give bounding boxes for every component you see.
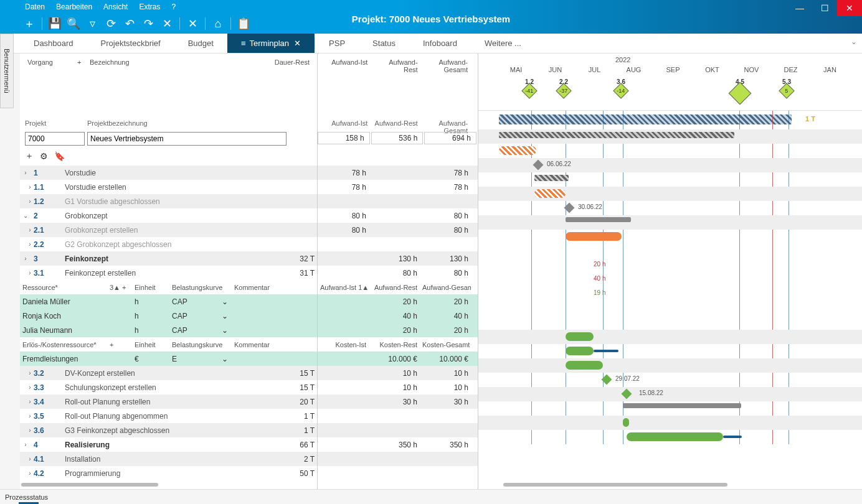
close-button[interactable]: ✕: [837, 0, 862, 16]
menu-daten[interactable]: Daten: [25, 2, 45, 11]
gantt-row[interactable]: [478, 215, 862, 230]
gantt-row[interactable]: [478, 315, 862, 330]
gantt-bar[interactable]: [623, 403, 741, 408]
gantt-row[interactable]: 19 h: [478, 287, 862, 301]
gantt-row[interactable]: 30.06.22: [478, 201, 862, 215]
gantt-diamond[interactable]: [602, 375, 612, 385]
gantt-row[interactable]: [478, 430, 862, 444]
gantt-row[interactable]: [478, 129, 862, 144]
expand-icon[interactable]: ›: [20, 413, 31, 419]
gantt-row[interactable]: [478, 416, 862, 430]
gantt-chart[interactable]: 2022 MAIJUNJULAUGSEPOKTNOVDEZJAN 1.2-412…: [478, 54, 862, 489]
redo-icon[interactable]: ↷: [141, 16, 156, 31]
user-menu-sidetab[interactable]: Benutzermenü: [0, 34, 14, 108]
tools-icon[interactable]: ✕: [185, 16, 200, 31]
table-row[interactable]: ›3.4Roll-out Planung erstellen20 T: [20, 394, 317, 409]
table-row[interactable]: Ressource*3▲ +EinheitBelastungskurveKomm…: [20, 280, 317, 294]
save-icon[interactable]: 💾: [47, 16, 62, 31]
hdr-plus[interactable]: +: [75, 57, 87, 67]
tab-close-icon[interactable]: ✕: [294, 39, 301, 48]
expand-icon[interactable]: ›: [20, 370, 31, 376]
expand-icon[interactable]: ›: [20, 184, 31, 190]
gantt-row[interactable]: 20 h: [478, 258, 862, 273]
expand-icon[interactable]: ›: [20, 455, 31, 462]
table-row[interactable]: Erlös-/Kostenressource*+EinheitBelastung…: [20, 337, 317, 352]
add-icon[interactable]: ＋: [22, 16, 37, 31]
expand-icon[interactable]: ⌄: [20, 212, 31, 219]
table-row[interactable]: ›4Realisierung66 T: [20, 437, 317, 452]
menu-extras[interactable]: Extras: [139, 2, 160, 11]
table-row[interactable]: Daniela MüllerhCAP⌄: [20, 294, 317, 309]
expand-icon[interactable]: ›: [20, 198, 31, 205]
tab-dashboard[interactable]: Dashboard: [20, 34, 87, 53]
tab-psp[interactable]: PSP: [315, 34, 359, 53]
gantt-row[interactable]: [478, 330, 862, 344]
gantt-diamond[interactable]: [564, 203, 575, 213]
menu-help[interactable]: ?: [171, 2, 176, 11]
table-row[interactable]: ›4.2Programmierung50 T: [20, 466, 317, 480]
gantt-row[interactable]: [478, 301, 862, 315]
row-bookmark-icon[interactable]: 🔖: [54, 151, 65, 161]
calendar-icon[interactable]: 📋: [236, 16, 251, 31]
undo-icon[interactable]: ↶: [122, 16, 137, 31]
expand-icon[interactable]: ›: [20, 427, 31, 434]
menu-bearbeiten[interactable]: Bearbeiten: [56, 2, 92, 11]
gantt-bar[interactable]: [566, 332, 594, 341]
gantt-diamond[interactable]: [622, 389, 632, 399]
expand-icon[interactable]: ›: [20, 398, 31, 405]
gantt-diamond[interactable]: [533, 160, 544, 170]
expand-icon[interactable]: ›: [20, 384, 31, 391]
gantt-bar[interactable]: [566, 361, 603, 370]
table-row[interactable]: ›1Vorstudie: [20, 166, 317, 180]
table-row[interactable]: ›1.2G1 Vorstudie abgeschlossen: [20, 194, 317, 208]
delete-icon[interactable]: ✕: [159, 16, 174, 31]
row-settings-icon[interactable]: ⚙: [40, 151, 48, 161]
gantt-row[interactable]: 15.08.22: [478, 387, 862, 401]
table-row[interactable]: Fremdleistungen€E⌄: [20, 352, 317, 366]
expand-icon[interactable]: ›: [20, 441, 31, 448]
gantt-row[interactable]: 40 h: [478, 273, 862, 287]
table-row[interactable]: Ronja KochhCAP⌄: [20, 309, 317, 323]
filter-icon[interactable]: ▿: [85, 16, 100, 31]
gantt-bar[interactable]: [534, 175, 569, 181]
expand-icon[interactable]: ›: [20, 269, 31, 276]
gantt-bar[interactable]: [623, 418, 629, 427]
maximize-button[interactable]: ☐: [812, 0, 837, 16]
project-code-input[interactable]: [25, 132, 85, 146]
tabs-more-icon[interactable]: ⌄: [851, 37, 857, 46]
gantt-row[interactable]: [478, 401, 862, 416]
tab-projektsteckbrief[interactable]: Projektsteckbrief: [87, 34, 174, 53]
refresh-icon[interactable]: ⟳: [103, 16, 118, 31]
table-row[interactable]: ›3.1Feinkonzept erstellen31 T: [20, 266, 317, 280]
table-row[interactable]: ›1.1Vorstudie erstellen: [20, 180, 317, 194]
tab-infoboard[interactable]: Infoboard: [409, 34, 471, 53]
home-icon[interactable]: ⌂: [211, 16, 225, 31]
tab-terminplan[interactable]: ≡Terminplan✕: [227, 34, 315, 53]
gantt-bar[interactable]: [566, 232, 622, 241]
menu-ansicht[interactable]: Ansicht: [103, 2, 128, 11]
gantt-bar[interactable]: [499, 146, 536, 155]
gantt-bar[interactable]: [534, 189, 566, 198]
tab-status[interactable]: Status: [359, 34, 409, 53]
table-row[interactable]: ›3.6G3 Feinkonzept abgeschlossen1 T: [20, 423, 317, 437]
gantt-row[interactable]: [478, 187, 862, 201]
gantt-bar[interactable]: [566, 347, 594, 355]
row-add-icon[interactable]: ＋: [25, 151, 34, 162]
gantt-row[interactable]: [478, 244, 862, 258]
tab-budget[interactable]: Budget: [174, 34, 227, 53]
gantt-row[interactable]: [478, 230, 862, 244]
table-row[interactable]: ›4.1Installation2 T: [20, 452, 317, 466]
project-name-input[interactable]: [87, 132, 287, 146]
gantt-row[interactable]: 06.06.22: [478, 158, 862, 172]
table-row[interactable]: ›2.1Grobkonzept erstellen: [20, 223, 317, 237]
gantt-bar[interactable]: [566, 217, 631, 222]
hscroll-c[interactable]: [503, 483, 727, 487]
table-row[interactable]: ›3.3Schulungskonzept erstellen15 T: [20, 380, 317, 394]
search-icon[interactable]: 🔍: [66, 16, 81, 31]
expand-icon[interactable]: ›: [20, 241, 31, 248]
gantt-bar[interactable]: [499, 132, 734, 138]
minimize-button[interactable]: —: [787, 0, 812, 16]
expand-icon[interactable]: ›: [20, 255, 31, 262]
gantt-row[interactable]: [478, 358, 862, 373]
gantt-row[interactable]: [478, 344, 862, 358]
